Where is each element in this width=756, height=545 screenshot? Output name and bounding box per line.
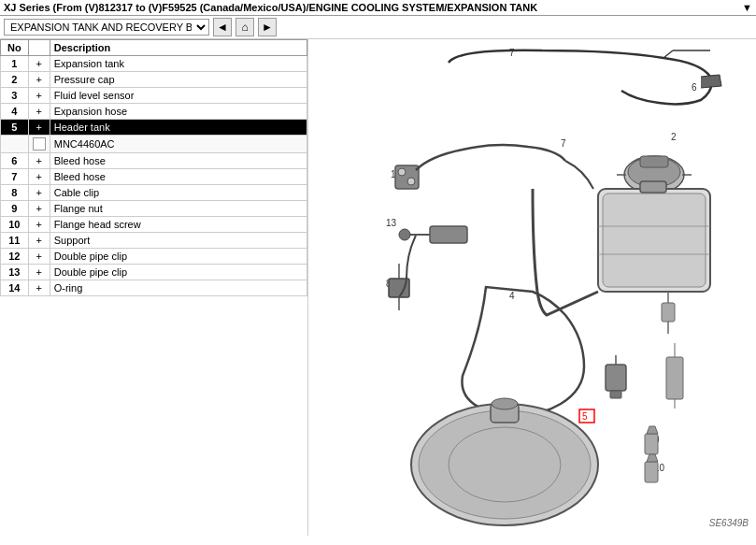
back-button[interactable]: ◄	[213, 18, 232, 36]
table-row[interactable]: 5+Header tank	[1, 120, 307, 136]
row-description: Cable clip	[50, 185, 307, 201]
svg-rect-44	[666, 357, 683, 399]
col-plus	[28, 40, 50, 56]
diagram-watermark: SE6349B	[709, 518, 749, 528]
svg-point-32	[399, 229, 410, 240]
part-checkbox[interactable]	[33, 137, 46, 151]
table-row[interactable]: 3+Fluid level sensor	[1, 88, 307, 104]
row-number: 12	[1, 249, 29, 265]
svg-text:13: 13	[386, 218, 397, 228]
row-number: 14	[1, 280, 29, 296]
home-button[interactable]: ⌂	[235, 18, 254, 36]
table-row[interactable]: 10+Flange head screw	[1, 217, 307, 233]
row-number: 2	[1, 72, 29, 88]
row-number: 3	[1, 88, 29, 104]
table-row[interactable]: 6+Bleed hose	[1, 153, 307, 169]
svg-rect-41	[662, 303, 675, 322]
row-number: 6	[1, 153, 29, 169]
row-description: Header tank	[50, 120, 307, 136]
svg-rect-29	[640, 181, 666, 193]
svg-rect-52	[645, 462, 658, 482]
row-expand-button[interactable]: +	[28, 217, 50, 233]
main-content: No Description 1+Expansion tank2+Pressur…	[0, 39, 756, 536]
toolbar: EXPANSION TANK AND RECOVERY BOTTLE ◄ ⌂ ►	[0, 16, 756, 39]
title-bar: XJ Series (From (V)812317 to (V)F59525 (…	[0, 0, 756, 16]
row-expand-button[interactable]: +	[28, 201, 50, 217]
table-row[interactable]: 9+Flange nut	[1, 201, 307, 217]
parts-table-container: No Description 1+Expansion tank2+Pressur…	[0, 39, 308, 536]
row-expand-button[interactable]: +	[28, 280, 50, 296]
table-row[interactable]: 2+Pressure cap	[1, 72, 307, 88]
svg-rect-30	[430, 226, 467, 243]
table-row[interactable]: 14+O-ring	[1, 280, 307, 296]
row-description: Pressure cap	[50, 72, 307, 88]
row-number: 11	[1, 233, 29, 249]
table-row[interactable]: MNC4460AC	[1, 136, 307, 153]
svg-text:6: 6	[692, 82, 697, 93]
svg-text:5: 5	[582, 411, 588, 422]
row-description: Flange head screw	[50, 217, 307, 233]
row-expand-button[interactable]: +	[28, 169, 50, 185]
svg-rect-47	[606, 365, 626, 391]
row-description: Expansion hose	[50, 104, 307, 120]
row-expand-button[interactable]: +	[28, 120, 50, 136]
section-select[interactable]: EXPANSION TANK AND RECOVERY BOTTLE	[4, 19, 209, 36]
forward-button[interactable]: ►	[258, 18, 277, 36]
col-desc: Description	[50, 40, 307, 56]
table-row[interactable]: 13+Double pipe clip	[1, 265, 307, 280]
table-row[interactable]: 1+Expansion tank	[1, 56, 307, 72]
row-expand-button[interactable]: +	[28, 88, 50, 104]
parts-tbody: 1+Expansion tank2+Pressure cap3+Fluid le…	[1, 56, 307, 296]
row-number: 10	[1, 217, 29, 233]
row-description: Support	[50, 233, 307, 249]
row-expand-button[interactable]: +	[28, 233, 50, 249]
diagram-panel: 7 6 2 12 7 13 14 8 4 1 3 9 11	[308, 39, 756, 536]
row-number: 9	[1, 201, 29, 217]
row-description: Fluid level sensor	[50, 88, 307, 104]
svg-rect-48	[610, 391, 621, 398]
row-description: O-ring	[50, 280, 307, 296]
row-expand-button[interactable]: +	[28, 249, 50, 265]
row-number: 13	[1, 265, 29, 280]
title-bar-arrow[interactable]: ▼	[742, 2, 752, 13]
row-number: 4	[1, 104, 29, 120]
row-number: 1	[1, 56, 29, 72]
diagram-svg: 7 6 2 12 7 13 14 8 4 1 3 9 11	[308, 39, 756, 536]
svg-rect-54	[395, 165, 419, 189]
row-description: Bleed hose	[50, 153, 307, 169]
row-checkbox-cell[interactable]	[28, 136, 50, 153]
table-row[interactable]: 12+Double pipe clip	[1, 249, 307, 265]
svg-point-55	[398, 168, 406, 176]
svg-text:4: 4	[509, 291, 515, 301]
svg-text:7: 7	[561, 138, 566, 149]
row-number: 5	[1, 120, 29, 136]
row-number: 7	[1, 169, 29, 185]
table-row[interactable]: 11+Support	[1, 233, 307, 249]
row-expand-button[interactable]: +	[28, 56, 50, 72]
row-description: Flange nut	[50, 201, 307, 217]
home-icon: ⌂	[241, 21, 248, 34]
row-part-number: MNC4460AC	[50, 136, 307, 153]
row-number: 8	[1, 185, 29, 201]
row-description: Expansion tank	[50, 56, 307, 72]
table-row[interactable]: 7+Bleed hose	[1, 169, 307, 185]
back-icon: ◄	[217, 21, 228, 34]
row-description: Double pipe clip	[50, 265, 307, 280]
row-expand-button[interactable]: +	[28, 265, 50, 280]
row-expand-button[interactable]: +	[28, 72, 50, 88]
svg-rect-50	[645, 434, 658, 454]
svg-point-56	[407, 178, 415, 185]
svg-text:2: 2	[671, 132, 677, 142]
col-no: No	[1, 40, 29, 56]
svg-point-39	[492, 398, 518, 409]
title-bar-text: XJ Series (From (V)812317 to (V)F59525 (…	[4, 2, 738, 13]
row-expand-button[interactable]: +	[28, 104, 50, 120]
table-row[interactable]: 8+Cable clip	[1, 185, 307, 201]
svg-rect-26	[603, 194, 706, 287]
forward-icon: ►	[262, 21, 273, 34]
table-row[interactable]: 4+Expansion hose	[1, 104, 307, 120]
row-expand-button[interactable]: +	[28, 185, 50, 201]
row-expand-button[interactable]: +	[28, 153, 50, 169]
row-description: Bleed hose	[50, 169, 307, 185]
svg-point-37	[419, 410, 591, 519]
